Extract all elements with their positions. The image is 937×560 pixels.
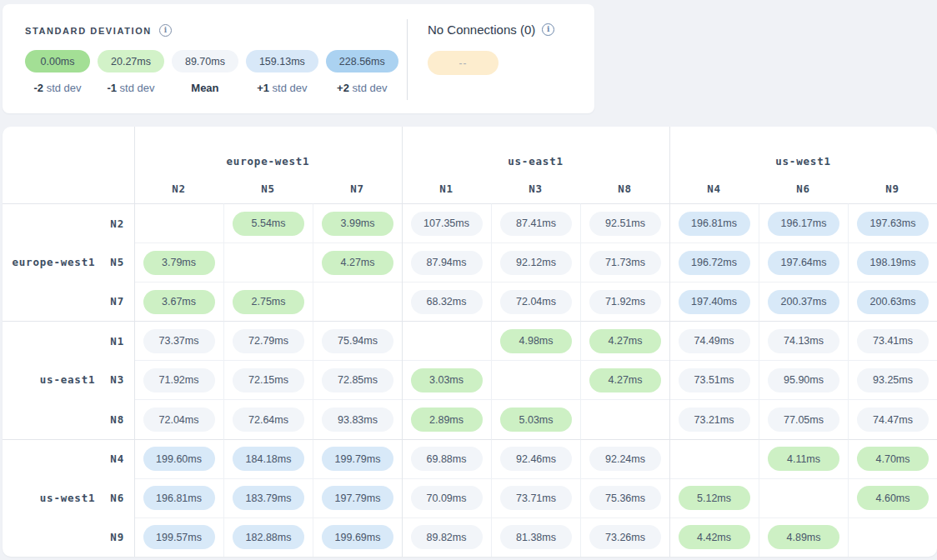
latency-pill-N4-N6[interactable]: 4.11ms bbox=[768, 447, 839, 471]
latency-pill-N6-N7[interactable]: 197.79ms bbox=[322, 486, 393, 510]
latency-pill-N3-N1[interactable]: 3.03ms bbox=[411, 368, 483, 392]
latency-pill-N6-N4[interactable]: 5.12ms bbox=[679, 486, 750, 510]
latency-pill-N2-N8[interactable]: 92.51ms bbox=[589, 212, 661, 236]
latency-pill-N6-N3[interactable]: 73.71ms bbox=[500, 486, 572, 510]
latency-pill-N1-N8[interactable]: 4.27ms bbox=[589, 329, 661, 353]
cell-N1-N8: 4.27ms bbox=[580, 321, 669, 360]
column-header-N9: N9 bbox=[848, 173, 937, 203]
latency-pill-N5-N3[interactable]: 92.12ms bbox=[500, 251, 572, 275]
legend-label-minus2: -2 std dev bbox=[33, 82, 81, 94]
latency-pill-N1-N7[interactable]: 75.94ms bbox=[322, 329, 393, 353]
latency-pill-N5-N2[interactable]: 3.79ms bbox=[143, 251, 215, 275]
latency-pill-N5-N1[interactable]: 87.94ms bbox=[411, 251, 483, 275]
latency-pill-N7-N9[interactable]: 200.63ms bbox=[857, 290, 929, 314]
latency-pill-N9-N4[interactable]: 4.42ms bbox=[679, 525, 750, 549]
latency-pill-N3-N2[interactable]: 71.92ms bbox=[143, 368, 215, 392]
latency-pill-N8-N5[interactable]: 72.64ms bbox=[233, 408, 304, 432]
latency-pill-N7-N8[interactable]: 71.92ms bbox=[589, 290, 661, 314]
latency-pill-N2-N9[interactable]: 197.63ms bbox=[857, 212, 929, 236]
latency-pill-N2-N1[interactable]: 107.35ms bbox=[411, 212, 483, 236]
latency-pill-N1-N6[interactable]: 74.13ms bbox=[768, 329, 839, 353]
latency-pill-N4-N1[interactable]: 69.88ms bbox=[411, 447, 483, 471]
latency-pill-N7-N3[interactable]: 72.04ms bbox=[500, 290, 572, 314]
column-group-divider bbox=[134, 127, 135, 557]
latency-pill-N8-N9[interactable]: 74.47ms bbox=[857, 408, 929, 432]
row-group-label: us-west1 bbox=[40, 492, 96, 504]
cell-N1-N4: 74.49ms bbox=[669, 321, 759, 360]
latency-pill-N8-N7[interactable]: 93.83ms bbox=[322, 408, 393, 432]
latency-pill-N1-N9[interactable]: 73.41ms bbox=[857, 329, 929, 353]
latency-pill-N8-N2[interactable]: 72.04ms bbox=[143, 408, 215, 432]
latency-pill-N2-N6[interactable]: 196.17ms bbox=[768, 212, 839, 236]
cell-N7-N1: 68.32ms bbox=[402, 282, 491, 321]
latency-pill-N9-N3[interactable]: 81.38ms bbox=[500, 525, 572, 549]
latency-pill-N2-N4[interactable]: 196.81ms bbox=[679, 212, 750, 236]
latency-pill-N8-N6[interactable]: 77.05ms bbox=[768, 408, 839, 432]
latency-pill-N7-N1[interactable]: 68.32ms bbox=[411, 290, 483, 314]
latency-pill-N6-N5[interactable]: 183.79ms bbox=[233, 486, 304, 510]
latency-pill-N6-N1[interactable]: 70.09ms bbox=[411, 486, 483, 510]
latency-pill-N4-N2[interactable]: 199.60ms bbox=[143, 447, 215, 471]
latency-pill-N6-N2[interactable]: 196.81ms bbox=[143, 486, 215, 510]
latency-pill-N9-N8[interactable]: 73.26ms bbox=[589, 525, 661, 549]
latency-pill-N7-N4[interactable]: 197.40ms bbox=[679, 290, 750, 314]
matrix-corner-spacer bbox=[3, 127, 134, 173]
latency-pill-N3-N5[interactable]: 72.15ms bbox=[233, 368, 304, 392]
cell-N7-N7 bbox=[313, 282, 402, 321]
latency-pill-N4-N5[interactable]: 184.18ms bbox=[233, 447, 304, 471]
latency-pill-N7-N5[interactable]: 2.75ms bbox=[233, 290, 304, 314]
no-connections-label: No Connections (0) bbox=[428, 22, 535, 37]
latency-pill-N9-N2[interactable]: 199.57ms bbox=[143, 525, 215, 549]
cell-N5-N9: 198.19ms bbox=[848, 242, 937, 282]
latency-pill-N9-N6[interactable]: 4.89ms bbox=[768, 525, 839, 549]
cell-N9-N5: 182.88ms bbox=[223, 518, 313, 557]
latency-pill-N9-N1[interactable]: 89.82ms bbox=[411, 525, 483, 549]
cell-N4-N2: 199.60ms bbox=[134, 439, 223, 478]
latency-pill-N7-N6[interactable]: 200.37ms bbox=[768, 290, 839, 314]
latency-pill-N4-N9[interactable]: 4.70ms bbox=[857, 447, 929, 471]
info-icon[interactable] bbox=[159, 24, 172, 37]
row-node-label: N1 bbox=[110, 335, 124, 348]
cell-N5-N4: 196.72ms bbox=[669, 242, 759, 282]
cell-N1-N3: 4.98ms bbox=[491, 321, 580, 360]
latency-pill-N5-N7[interactable]: 4.27ms bbox=[322, 251, 393, 275]
latency-pill-N2-N5[interactable]: 5.54ms bbox=[233, 212, 304, 236]
latency-pill-N9-N5[interactable]: 182.88ms bbox=[233, 525, 304, 549]
latency-pill-N9-N7[interactable]: 199.69ms bbox=[322, 525, 393, 549]
cell-N6-N4: 5.12ms bbox=[669, 478, 759, 518]
latency-pill-N3-N6[interactable]: 95.90ms bbox=[768, 368, 839, 392]
latency-pill-N1-N5[interactable]: 72.79ms bbox=[233, 329, 304, 353]
latency-pill-N4-N7[interactable]: 199.79ms bbox=[322, 447, 393, 471]
latency-pill-N3-N8[interactable]: 4.27ms bbox=[589, 368, 661, 392]
cell-N4-N6: 4.11ms bbox=[759, 439, 848, 478]
latency-pill-N4-N3[interactable]: 92.46ms bbox=[500, 447, 572, 471]
latency-pill-N3-N7[interactable]: 72.85ms bbox=[322, 368, 393, 392]
latency-pill-N5-N6[interactable]: 197.64ms bbox=[768, 251, 839, 275]
latency-pill-N8-N4[interactable]: 73.21ms bbox=[679, 408, 750, 432]
cell-N2-N5: 5.54ms bbox=[223, 203, 313, 242]
latency-pill-N3-N9[interactable]: 93.25ms bbox=[857, 368, 929, 392]
cell-N4-N3: 92.46ms bbox=[491, 439, 580, 478]
cell-N1-N2: 73.37ms bbox=[134, 321, 223, 360]
cell-N9-N1: 89.82ms bbox=[402, 518, 491, 557]
cell-N4-N8: 92.24ms bbox=[580, 439, 669, 478]
latency-pill-N4-N8[interactable]: 92.24ms bbox=[589, 447, 661, 471]
cell-N3-N8: 4.27ms bbox=[580, 360, 669, 399]
latency-pill-N2-N7[interactable]: 3.99ms bbox=[322, 212, 393, 236]
no-connections-pill: -- bbox=[428, 51, 499, 75]
latency-pill-N6-N8[interactable]: 75.36ms bbox=[589, 486, 661, 510]
cell-N5-N2: 3.79ms bbox=[134, 242, 223, 282]
latency-pill-N8-N1[interactable]: 2.89ms bbox=[411, 408, 483, 432]
latency-pill-N1-N4[interactable]: 74.49ms bbox=[679, 329, 750, 353]
info-icon[interactable] bbox=[542, 23, 554, 36]
latency-pill-N5-N9[interactable]: 198.19ms bbox=[857, 251, 929, 275]
latency-pill-N6-N9[interactable]: 4.60ms bbox=[857, 486, 929, 510]
latency-pill-N2-N3[interactable]: 87.41ms bbox=[500, 212, 572, 236]
latency-pill-N7-N2[interactable]: 3.67ms bbox=[143, 290, 215, 314]
latency-pill-N5-N8[interactable]: 71.73ms bbox=[589, 251, 661, 275]
latency-pill-N3-N4[interactable]: 73.51ms bbox=[679, 368, 750, 392]
latency-pill-N1-N3[interactable]: 4.98ms bbox=[500, 329, 572, 353]
latency-pill-N1-N2[interactable]: 73.37ms bbox=[143, 329, 215, 353]
latency-pill-N8-N3[interactable]: 5.03ms bbox=[500, 408, 572, 432]
latency-pill-N5-N4[interactable]: 196.72ms bbox=[679, 251, 750, 275]
